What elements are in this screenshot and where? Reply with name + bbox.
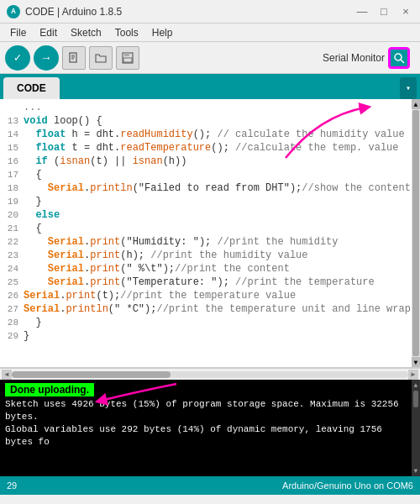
svg-point-7 bbox=[395, 54, 402, 60]
app-icon: A bbox=[7, 5, 20, 18]
code-line: 28 } bbox=[0, 316, 420, 329]
save-icon bbox=[122, 52, 134, 64]
scroll-up-arrow[interactable]: ▲ bbox=[412, 99, 420, 109]
upload-button[interactable]: → bbox=[34, 45, 59, 71]
code-line: 25 Serial.print("Temperature: "); //prin… bbox=[0, 276, 420, 289]
console-scroll-thumb[interactable] bbox=[413, 391, 418, 407]
open-button[interactable] bbox=[89, 46, 113, 70]
code-content: ... 13 void loop() { 14 float h = dht.re… bbox=[0, 99, 420, 367]
code-line: 26 Serial.print(t);//print the temperatu… bbox=[0, 289, 420, 302]
code-line: 23 Serial.print(h); //print the humidity… bbox=[0, 249, 420, 262]
code-line: 14 float h = dht.readHumidity(); // calc… bbox=[0, 128, 420, 141]
verify-button[interactable]: ✓ bbox=[5, 45, 30, 71]
new-button[interactable] bbox=[62, 46, 86, 70]
console-scrollbar[interactable]: ▲ ▼ bbox=[412, 380, 420, 476]
serial-monitor-icon bbox=[388, 47, 410, 69]
dropdown-icon: ▾ bbox=[406, 83, 411, 93]
code-line: 17 { bbox=[0, 168, 420, 181]
console-line-2: Global variables use 292 bytes (14%) of … bbox=[0, 423, 420, 449]
status-bar: 29 Arduino/Genuino Uno on COM6 bbox=[0, 476, 420, 495]
menu-item-tools[interactable]: Tools bbox=[108, 25, 145, 40]
code-tab[interactable]: CODE bbox=[3, 77, 60, 99]
scroll-down-arrow[interactable]: ▼ bbox=[412, 357, 420, 367]
done-uploading-label: Done uploading. bbox=[5, 383, 94, 396]
serial-monitor-button[interactable]: Serial Monitor bbox=[318, 45, 415, 71]
title-bar: A CODE | Arduino 1.8.5 — □ × bbox=[0, 0, 420, 24]
console-area: Done uploading. Sketch uses 4926 bytes (… bbox=[0, 380, 420, 476]
status-line-number: 29 bbox=[7, 480, 282, 491]
scroll-thumb-h[interactable] bbox=[12, 371, 171, 378]
svg-rect-6 bbox=[123, 58, 132, 62]
menu-bar: File Edit Sketch Tools Help bbox=[0, 24, 420, 42]
scroll-right-arrow[interactable]: ▶ bbox=[408, 370, 418, 380]
svg-rect-5 bbox=[124, 53, 129, 56]
menu-item-file[interactable]: File bbox=[3, 25, 33, 40]
serial-monitor-label: Serial Monitor bbox=[323, 52, 385, 64]
new-icon bbox=[68, 52, 80, 64]
scroll-left-arrow[interactable]: ◀ bbox=[2, 370, 12, 380]
vertical-scrollbar[interactable]: ▲ ▼ bbox=[412, 99, 420, 367]
code-line: 20 else bbox=[0, 208, 420, 222]
svg-line-8 bbox=[401, 60, 404, 63]
code-line: ... bbox=[0, 101, 420, 114]
code-line: 27 Serial.println(" *C");//print the tem… bbox=[0, 302, 420, 316]
open-icon bbox=[95, 52, 107, 64]
menu-item-help[interactable]: Help bbox=[145, 25, 180, 40]
code-line: 29 } bbox=[0, 329, 420, 343]
code-line: 22 Serial.print("Humidity: "); //print t… bbox=[0, 235, 420, 249]
code-line: 15 float t = dht.readTemperature(); //ca… bbox=[0, 141, 420, 155]
minimize-button[interactable]: — bbox=[354, 4, 370, 19]
maximize-button[interactable]: □ bbox=[376, 4, 391, 19]
tab-dropdown[interactable]: ▾ bbox=[400, 77, 417, 99]
console-scroll-down[interactable]: ▼ bbox=[412, 467, 420, 476]
close-button[interactable]: × bbox=[398, 4, 413, 19]
status-board-info: Arduino/Genuino Uno on COM6 bbox=[282, 480, 413, 491]
magnifier-icon bbox=[393, 52, 405, 64]
code-area: ... 13 void loop() { 14 float h = dht.re… bbox=[0, 99, 420, 368]
menu-item-sketch[interactable]: Sketch bbox=[64, 25, 108, 40]
code-line: 24 Serial.print(" %\t");//print the cont… bbox=[0, 262, 420, 276]
menu-item-edit[interactable]: Edit bbox=[33, 25, 64, 40]
title-bar-title: CODE | Arduino 1.8.5 bbox=[25, 6, 354, 18]
tab-bar: CODE ▾ bbox=[0, 74, 420, 99]
save-button[interactable] bbox=[116, 46, 139, 70]
code-line: 21 { bbox=[0, 222, 420, 235]
scroll-thumb-v[interactable] bbox=[412, 110, 419, 356]
horizontal-scrollbar[interactable]: ◀ ▶ bbox=[0, 368, 420, 380]
toolbar: ✓ → Serial Monitor bbox=[0, 42, 420, 74]
tab-label: CODE bbox=[17, 82, 46, 94]
code-line: 13 void loop() { bbox=[0, 114, 420, 128]
console-scroll-up[interactable]: ▲ bbox=[412, 380, 420, 389]
code-line: 16 if (isnan(t) || isnan(h)) bbox=[0, 155, 420, 168]
console-line-1: Sketch uses 4926 bytes (15%) of program … bbox=[0, 398, 420, 423]
code-line: 19 } bbox=[0, 195, 420, 208]
code-line: 18 Serial.println("Failed to read from D… bbox=[0, 181, 420, 195]
